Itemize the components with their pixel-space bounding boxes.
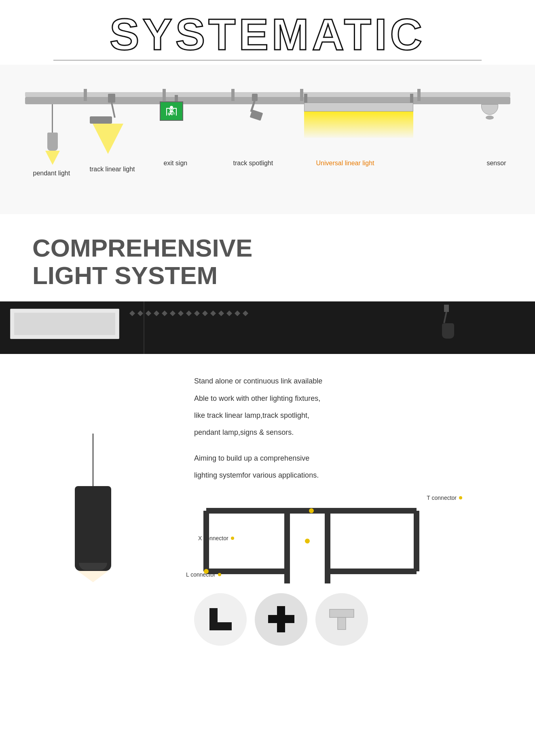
t-shape-svg xyxy=(328,607,356,632)
track-dots-row xyxy=(129,310,248,316)
ts-head xyxy=(250,110,263,121)
desc-line7: lighting systemfor various applications. xyxy=(194,468,511,482)
track-spotlight-label: track spotlight xyxy=(233,160,273,167)
l-shape-svg xyxy=(207,606,234,632)
dot4 xyxy=(154,310,159,316)
left-visual xyxy=(0,354,186,661)
track-divider-4 xyxy=(300,89,303,101)
dot7 xyxy=(178,310,184,316)
dot8 xyxy=(186,310,192,316)
svg-rect-21 xyxy=(277,606,285,632)
exit-sign-label: exit sign xyxy=(164,160,188,167)
tll-mount xyxy=(108,94,115,103)
ul-body xyxy=(304,103,413,112)
diagram-section: pendant light track linear light EXIT xyxy=(0,65,535,214)
svg-point-15 xyxy=(309,508,314,513)
cylinder-base xyxy=(79,563,107,570)
tll-cone xyxy=(93,124,123,154)
ts-mount xyxy=(252,94,258,101)
ds-mount xyxy=(444,305,449,312)
comprehensive-line1: COMPREHENSIVE xyxy=(32,234,503,262)
dot1 xyxy=(129,310,135,316)
track-divider-5 xyxy=(417,89,421,101)
track-bar xyxy=(25,97,510,104)
comprehensive-title: COMPREHENSIVE LIGHT SYSTEM xyxy=(32,234,503,289)
comprehensive-section: COMPREHENSIVE LIGHT SYSTEM xyxy=(0,214,535,301)
l-shape-circle xyxy=(194,593,247,646)
dot11 xyxy=(210,310,216,316)
svg-rect-22 xyxy=(330,609,354,617)
track-divider-1 xyxy=(84,89,87,101)
pendant-light-item xyxy=(45,104,60,165)
t-arrow-dot xyxy=(459,496,462,499)
sensor-label: sensor xyxy=(486,160,506,167)
exit-sign-item: EXIT xyxy=(170,95,183,121)
t-connector-label: T connector xyxy=(427,495,457,501)
svg-point-2 xyxy=(170,106,173,109)
universal-linear-item xyxy=(304,94,413,138)
dot3 xyxy=(146,310,151,316)
pendant-light-label: pendant light xyxy=(33,170,70,177)
track-divider-3 xyxy=(231,89,235,101)
exit-box: EXIT xyxy=(160,101,183,121)
svg-point-16 xyxy=(305,539,310,543)
track-linear-label: track linear light xyxy=(90,166,135,173)
header-divider xyxy=(53,60,481,61)
sensor-body xyxy=(481,104,498,115)
pendant-wire xyxy=(52,104,53,133)
ul-light-area xyxy=(304,112,413,138)
dot15 xyxy=(243,310,248,316)
track-spotlight-item xyxy=(247,94,262,119)
dot14 xyxy=(235,310,240,316)
comprehensive-line2: LIGHT SYSTEM xyxy=(32,262,503,289)
cylinder-glow xyxy=(78,571,108,582)
sensor-item xyxy=(481,104,498,120)
dark-spotlight xyxy=(439,305,454,339)
linear-panel-inner xyxy=(14,313,115,335)
exit-mount xyxy=(175,95,178,101)
dot12 xyxy=(218,310,224,316)
linear-panel xyxy=(10,309,119,339)
pendant-wire-dark xyxy=(144,301,144,354)
svg-rect-23 xyxy=(338,617,346,630)
right-content: Stand alone or continuous link available… xyxy=(186,354,535,661)
dark-track-bar xyxy=(0,301,535,354)
l-connector-label: L connector xyxy=(186,571,216,578)
universal-linear-label: Universal linear light xyxy=(316,160,374,167)
cylinder-body xyxy=(75,486,111,571)
x-arrow-dot xyxy=(231,537,234,540)
connector-diagram: T connector xyxy=(194,499,511,589)
desc-line1: Stand alone or continuous link available xyxy=(194,374,511,388)
track-divider-2 xyxy=(163,89,166,101)
dot13 xyxy=(226,310,232,316)
connector-shapes-row xyxy=(194,593,511,646)
content-section: Stand alone or continuous link available… xyxy=(0,354,535,661)
x-connector-annotation: X connector xyxy=(198,535,234,541)
track-container: pendant light track linear light EXIT xyxy=(25,73,510,202)
dot10 xyxy=(202,310,208,316)
pendant-cone xyxy=(45,151,60,165)
pendant-body xyxy=(47,133,58,151)
x-shape-circle xyxy=(255,593,307,646)
desc-line3: like track linear lamp,track spotlight, xyxy=(194,409,511,422)
tll-head xyxy=(90,116,112,124)
l-arrow-dot xyxy=(218,573,221,576)
track-linear-item xyxy=(100,94,123,154)
connector-svg xyxy=(194,499,429,588)
ul-mounts xyxy=(304,94,413,103)
dot9 xyxy=(194,310,200,316)
dot5 xyxy=(162,310,167,316)
desc-line6: Aiming to build up a comprehensive xyxy=(194,451,511,465)
exit-icon: EXIT xyxy=(163,104,180,118)
ul-mount-left xyxy=(304,94,307,103)
tll-arm xyxy=(111,103,116,118)
dot2 xyxy=(137,310,143,316)
dot6 xyxy=(170,310,176,316)
svg-rect-19 xyxy=(209,622,232,630)
header-section: SYSTEMATIC xyxy=(0,0,535,65)
t-connector-annotation: T connector xyxy=(427,495,462,501)
l-connector-annotation: L connector xyxy=(186,571,221,578)
desc-line4: pendant lamp,signs & sensors. xyxy=(194,425,511,439)
x-connector-label: X connector xyxy=(198,535,228,541)
ds-arm xyxy=(443,312,447,323)
